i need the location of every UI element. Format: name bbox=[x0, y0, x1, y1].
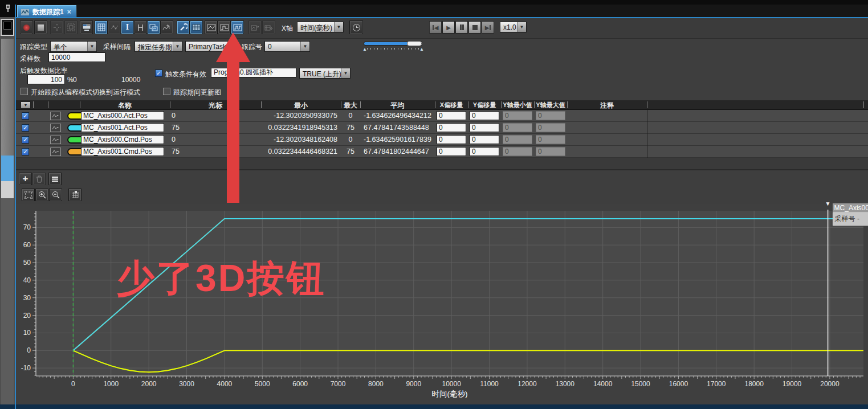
layout-button[interactable] bbox=[64, 21, 78, 34]
col-note[interactable]: 注释 bbox=[567, 101, 647, 111]
row-chart-icon[interactable] bbox=[50, 112, 61, 120]
y-offset-input[interactable] bbox=[470, 135, 499, 144]
stop-playback-button[interactable] bbox=[468, 21, 481, 34]
series-name-input[interactable] bbox=[81, 147, 164, 156]
col-x-offset[interactable]: X偏移量 bbox=[435, 101, 468, 109]
row-chart-icon[interactable] bbox=[50, 124, 61, 132]
record-button[interactable] bbox=[20, 21, 33, 34]
play-button[interactable]: ▶ bbox=[442, 21, 455, 34]
series-name-input[interactable] bbox=[81, 123, 164, 132]
start-mode-checkbox[interactable] bbox=[21, 88, 28, 95]
cursor-value: 75 bbox=[172, 124, 180, 132]
show-points-button[interactable] bbox=[108, 21, 121, 34]
interval-dropdown[interactable]: 指定任务期▼ bbox=[135, 41, 182, 52]
table-row[interactable]: ✓ 75 0.0322344446468321 75 67.4784180244… bbox=[16, 146, 868, 158]
settings-button[interactable] bbox=[177, 21, 190, 34]
x-offset-input[interactable] bbox=[437, 123, 466, 132]
stop-trace-button[interactable] bbox=[34, 21, 47, 34]
col-name[interactable]: 名称 bbox=[80, 101, 170, 111]
y-tick-label: 10 bbox=[23, 329, 31, 337]
col-y-axis-min[interactable]: Y轴最小值 bbox=[501, 101, 534, 109]
x-offset-input[interactable] bbox=[437, 111, 466, 120]
trace-chart[interactable]: 0100020003000400050006000700080009000100… bbox=[17, 206, 868, 406]
row-visible-checkbox[interactable]: ✓ bbox=[22, 124, 29, 132]
table-row[interactable]: ✓ 75 0.0322341918945313 75 67.4784174358… bbox=[16, 122, 868, 134]
col-avg[interactable]: 平均 bbox=[360, 101, 435, 111]
zoom-in-button[interactable] bbox=[35, 189, 48, 201]
pin-icon[interactable] bbox=[4, 4, 12, 13]
grid-settings-button[interactable] bbox=[68, 189, 81, 201]
table-row[interactable]: ✓ 0 -12.3020350933075 0 -1.6346264964342… bbox=[16, 110, 868, 122]
x-axis-dropdown[interactable]: 时间(毫秒)▼ bbox=[297, 22, 344, 32]
y-offset-input[interactable] bbox=[470, 147, 499, 156]
samples-input[interactable] bbox=[48, 52, 105, 62]
cursor-value: 75 bbox=[172, 148, 180, 156]
y-offset-input[interactable] bbox=[470, 123, 499, 132]
draw-chart-button[interactable] bbox=[160, 21, 173, 34]
dock-scroll-thumb[interactable] bbox=[1, 156, 14, 181]
skip-back-button[interactable]: ◀ bbox=[429, 21, 442, 34]
col-max[interactable]: 最大 bbox=[341, 101, 360, 111]
export-csv-button[interactable] bbox=[262, 21, 275, 34]
time-sync-button[interactable] bbox=[349, 21, 363, 34]
update-chart-checkbox[interactable] bbox=[163, 88, 170, 95]
interval-value: 指定任务期 bbox=[135, 42, 173, 51]
x-tick-label: 11000 bbox=[480, 380, 499, 388]
dock-scroll-track[interactable] bbox=[1, 39, 14, 156]
add-series-button[interactable]: + bbox=[19, 173, 32, 185]
row-visible-checkbox[interactable]: ✓ bbox=[22, 136, 29, 144]
dual-cursor-button[interactable] bbox=[134, 21, 147, 34]
overlay-windows-icon bbox=[149, 24, 158, 31]
col-y-axis-max[interactable]: Y轴最大值 bbox=[534, 101, 567, 109]
pause-button[interactable] bbox=[455, 21, 468, 34]
row-visible-checkbox[interactable]: ✓ bbox=[22, 148, 29, 156]
y-offset-input[interactable] bbox=[470, 111, 499, 120]
post-trigger-input[interactable] bbox=[27, 75, 65, 84]
overlay-chart-button[interactable] bbox=[147, 21, 160, 34]
x-offset-input[interactable] bbox=[437, 147, 466, 156]
cursor-ibeam-button[interactable]: I bbox=[121, 21, 134, 34]
table-row[interactable]: ✓ 0 -12.3020348162408 0 -1.6346259016178… bbox=[16, 134, 868, 146]
attach-button[interactable] bbox=[50, 21, 63, 34]
x-tick-label: 17000 bbox=[707, 380, 726, 388]
list-view-button[interactable] bbox=[48, 173, 62, 185]
row-chart-icon[interactable] bbox=[50, 136, 61, 144]
copy-screenshot-button[interactable] bbox=[80, 21, 93, 34]
delete-series-button[interactable] bbox=[32, 173, 46, 185]
zoom-out-button[interactable] bbox=[49, 189, 62, 201]
chevron-down-icon: ▼ bbox=[87, 42, 96, 51]
trace-no-dropdown[interactable]: 0▼ bbox=[264, 41, 310, 52]
trigger-enable-checkbox[interactable]: ✓ bbox=[155, 69, 162, 77]
col-y-offset[interactable]: Y偏移量 bbox=[468, 101, 501, 109]
grid-toggle-button[interactable] bbox=[95, 21, 108, 34]
col-min[interactable]: 最小 bbox=[261, 101, 341, 111]
skip-forward-button[interactable]: ▶ bbox=[482, 21, 494, 34]
fit-icon bbox=[25, 191, 32, 199]
trace-type-dropdown[interactable]: 单个▼ bbox=[50, 41, 97, 52]
tab-data-trace-1[interactable]: 数据跟踪1 × bbox=[17, 5, 76, 17]
playback-speed-dropdown[interactable]: x1.0▼ bbox=[500, 22, 527, 32]
fit-chart-button[interactable] bbox=[22, 189, 35, 201]
trace-type-label: 跟踪类型 bbox=[20, 42, 47, 52]
x-tick-label: 3000 bbox=[179, 380, 194, 388]
tab-close-icon[interactable]: × bbox=[67, 8, 71, 16]
x-offset-input[interactable] bbox=[437, 135, 466, 144]
max-value: 75 bbox=[341, 124, 360, 132]
y-tick-label: 50 bbox=[23, 259, 31, 267]
data-table-button[interactable] bbox=[190, 21, 203, 34]
trash-icon bbox=[36, 175, 43, 183]
export-image-button[interactable] bbox=[248, 21, 262, 34]
cursor-marker-icon[interactable]: ▼ bbox=[825, 201, 831, 207]
cursor-tooltip: MC_Axis000 采样号 - bbox=[833, 203, 868, 226]
filter-button[interactable]: ▼ bbox=[21, 101, 31, 109]
col-cursor[interactable]: 光标 bbox=[170, 101, 261, 111]
film-strip-icon[interactable] bbox=[1, 19, 14, 36]
series-name-input[interactable] bbox=[81, 135, 164, 144]
dock-segment-light[interactable] bbox=[1, 181, 14, 198]
trigger-variable-input[interactable] bbox=[211, 68, 296, 77]
trigger-condition-dropdown[interactable]: TRUE (上升)▼ bbox=[299, 68, 351, 79]
series-name-input[interactable] bbox=[81, 111, 164, 120]
row-visible-checkbox[interactable]: ✓ bbox=[22, 112, 29, 120]
annotation-arrow-shaft bbox=[227, 59, 239, 203]
row-chart-icon[interactable] bbox=[50, 148, 61, 156]
